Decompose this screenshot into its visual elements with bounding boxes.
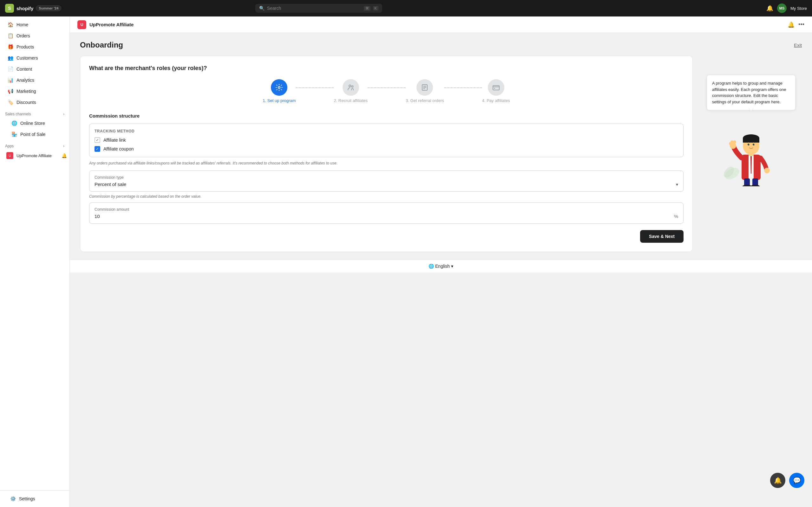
svg-point-0 [278, 87, 280, 89]
chat-fab[interactable]: 💬 [789, 473, 804, 488]
main-form: What are the merchant's roles (your role… [80, 56, 693, 252]
tracking-method-box: Tracking method ✓ Affiliate link ✓ [89, 124, 683, 157]
marketing-icon: 📢 [8, 89, 13, 94]
fab-chat-icon: 💬 [793, 476, 801, 484]
sidebar-item-label: UpPromote Affiliate [16, 153, 52, 158]
step-4: 4. Pay affiliates [482, 79, 510, 103]
svg-point-27 [751, 185, 760, 186]
sidebar-item-label: Discounts [16, 100, 36, 105]
commission-type-label: Commission type [95, 175, 678, 180]
chevron-down-icon: ▾ [451, 264, 453, 269]
sidebar-item-discounts[interactable]: 🏷️ Discounts [3, 97, 67, 108]
search-box[interactable]: 🔍 ⌘ K [255, 4, 382, 13]
sidebar-item-customers[interactable]: 👥 Customers [3, 53, 67, 63]
fab-group: 🔔 💬 [770, 473, 804, 488]
step-3-circle [416, 79, 433, 96]
app-logo-icon: U [78, 20, 86, 29]
content-wrapper: What are the merchant's roles (your role… [80, 56, 802, 252]
sidebar-item-label: Analytics [16, 78, 34, 83]
point-of-sale-icon: 🏪 [11, 131, 17, 137]
dropdown-arrow-icon[interactable]: ▾ [676, 182, 678, 187]
language-selector[interactable]: 🌐 English ▾ [428, 264, 453, 269]
chevron-icon: › [63, 112, 64, 116]
affiliate-coupon-label: Affiliate coupon [103, 147, 134, 152]
sidebar-item-point-of-sale[interactable]: 🏪 Point of Sale [6, 129, 67, 140]
commission-type-row: Percent of sale ▾ [95, 181, 678, 187]
app-bell-button[interactable]: 🔔 [788, 21, 795, 28]
language-label: English [435, 264, 450, 269]
main-content: U UpPromote Affiliate 🔔 ••• Onboarding E… [70, 16, 812, 507]
bottom-bar: 🌐 English ▾ [70, 260, 812, 273]
sidebar-item-label: Customers [16, 55, 38, 60]
step-2-circle [343, 79, 359, 96]
store-name: My Store [791, 6, 807, 11]
step-2: 2. Recruit affiliates [334, 79, 368, 103]
sidebar-nav: 🏠 Home 📋 Orders 🎁 Products 👥 Customers 📄… [0, 16, 69, 490]
info-box-text: A program helps to group and manage affi… [712, 80, 790, 105]
sidebar-item-label: Content [16, 66, 32, 72]
commission-amount-input[interactable] [95, 214, 674, 219]
notification-fab[interactable]: 🔔 [770, 473, 785, 488]
page-header: Onboarding Exit [80, 41, 802, 49]
page-title: Onboarding [80, 41, 123, 49]
svg-point-15 [748, 144, 750, 146]
home-icon: 🏠 [8, 22, 13, 27]
fab-bell-icon: 🔔 [774, 476, 782, 484]
step-line-2 [368, 88, 406, 88]
svg-point-5 [494, 88, 495, 89]
page-content: Onboarding Exit What are the merchant's … [70, 33, 812, 260]
search-input[interactable] [267, 6, 361, 11]
sidebar-item-orders[interactable]: 📋 Orders [3, 31, 67, 41]
app-header-right: 🔔 ••• [788, 21, 804, 28]
sidebar: 🏠 Home 📋 Orders 🎁 Products 👥 Customers 📄… [0, 16, 70, 507]
save-next-button[interactable]: Save & Next [640, 230, 683, 243]
sidebar-item-label: Home [16, 22, 28, 27]
svg-point-1 [349, 85, 351, 87]
settings-icon: ⚙️ [10, 496, 16, 502]
sidebar-item-home[interactable]: 🏠 Home [3, 19, 67, 30]
notification-button[interactable]: 🔔 [766, 5, 773, 12]
app-title: UpPromote Affiliate [90, 22, 134, 27]
app-notification-icon: 🔔 [61, 153, 67, 158]
svg-point-26 [743, 185, 751, 186]
commission-type-value: Percent of sale [95, 181, 126, 187]
sidebar-item-label: Point of Sale [20, 132, 45, 137]
avatar: MS [777, 3, 786, 13]
affiliate-coupon-checkbox[interactable]: ✓ [95, 146, 100, 152]
commission-amount-row: % [95, 214, 678, 219]
step-1-label: 1. Set up program [263, 98, 296, 103]
chevron-icon: › [63, 144, 64, 148]
affiliate-coupon-row: ✓ Affiliate coupon [95, 146, 678, 152]
sales-channels-section: Sales channels › [0, 108, 69, 118]
svg-rect-4 [493, 86, 499, 90]
app-header-left: U UpPromote Affiliate [78, 20, 134, 29]
sidebar-item-label: Settings [19, 496, 35, 501]
character-illustration [722, 123, 780, 180]
sidebar-item-marketing[interactable]: 📢 Marketing [3, 86, 67, 97]
kbd-cmd: ⌘ [364, 6, 370, 11]
topbar: S shopify Summer '24 🔍 ⌘ K 🔔 MS My Store [0, 0, 812, 16]
layout: 🏠 Home 📋 Orders 🎁 Products 👥 Customers 📄… [0, 16, 812, 507]
step-3: 3. Get referral orders [406, 79, 444, 103]
sales-channels-nav: 🌐 Online Store 🏪 Point of Sale [0, 118, 69, 140]
exit-button[interactable]: Exit [794, 43, 802, 48]
step-2-label: 2. Recruit affiliates [334, 98, 368, 103]
tracking-method-title: Tracking method [95, 129, 678, 133]
section-question: What are the merchant's roles (your role… [89, 65, 683, 72]
sidebar-item-online-store[interactable]: 🌐 Online Store [6, 118, 67, 129]
sidebar-item-uppromote[interactable]: U UpPromote Affiliate 🔔 [4, 150, 69, 162]
sidebar-item-settings[interactable]: ⚙️ Settings [5, 493, 64, 504]
svg-point-16 [753, 144, 755, 146]
step-4-label: 4. Pay affiliates [482, 98, 510, 103]
kbd-k: K [373, 6, 378, 10]
sidebar-item-products[interactable]: 🎁 Products [3, 42, 67, 52]
save-next-container: Save & Next [89, 228, 683, 243]
app-more-button[interactable]: ••• [798, 21, 804, 28]
affiliate-link-checkbox[interactable]: ✓ [95, 137, 100, 143]
products-icon: 🎁 [8, 44, 13, 50]
sidebar-item-content[interactable]: 📄 Content [3, 64, 67, 74]
commission-structure-title: Commission structure [89, 113, 683, 118]
sidebar-item-analytics[interactable]: 📊 Analytics [3, 75, 67, 86]
sidebar-item-label: Online Store [20, 121, 45, 126]
referral-orders-icon [421, 83, 428, 91]
